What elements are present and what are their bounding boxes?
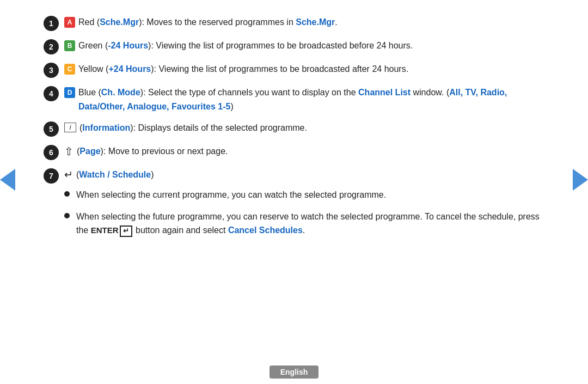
item-row-3: 3 C Yellow (+24 Hours): Viewing the list…: [44, 62, 544, 78]
link-plus24: +24 Hours: [108, 64, 151, 74]
enter-key-label: ENTER: [91, 225, 119, 235]
item-number-7: 7: [44, 168, 59, 184]
item-number-5: 5: [44, 121, 59, 137]
enter-icon: ↵: [120, 225, 132, 237]
badge-blue: D: [64, 87, 75, 98]
link-page: Page: [79, 147, 100, 156]
bullet-dot-2: [64, 213, 70, 218]
bullet-list-7: When selecting the current programme, yo…: [64, 188, 544, 245]
link-schemgr-2: Sche.Mgr: [296, 17, 335, 27]
item-text-5: (Information): Displays details of the s…: [79, 121, 307, 135]
bullet-text-2: When selecting the future programme, you…: [76, 210, 544, 237]
item-text-6: (Page): Move to previous or next page.: [77, 144, 228, 159]
link-chmode: Ch. Mode: [101, 88, 140, 97]
item-row-5: 5 i (Information): Displays details of t…: [44, 121, 544, 137]
item-number-3: 3: [44, 63, 59, 78]
language-badge[interactable]: English: [270, 365, 319, 379]
link-watch-schedule: Watch / Schedule: [79, 170, 151, 179]
main-content: 1 A Red (Sche.Mgr): Moves to the reserve…: [0, 0, 588, 264]
item-number-1: 1: [44, 16, 59, 31]
link-channellist: Channel List: [358, 88, 411, 97]
item-row-2: 2 B Green (-24 Hours): Viewing the list …: [44, 39, 544, 54]
link-information: Information: [82, 123, 130, 132]
bullet-dot-1: [64, 191, 70, 197]
link-channel-options: All, TV, Radio, Data/Other, Analogue, Fa…: [78, 88, 507, 111]
badge-red: A: [64, 17, 75, 28]
link-cancel-schedules: Cancel Schedules: [228, 225, 303, 235]
item-row-7: 7 ↵ (Watch / Schedule) When selecting th…: [44, 168, 544, 245]
item-row-7-header: 7 ↵ (Watch / Schedule): [44, 168, 154, 184]
item-number-6: 6: [44, 145, 59, 160]
item-with-icon-6: ⇧ (Page): Move to previous or next page.: [64, 144, 228, 159]
item-with-icon-7: ↵ (Watch / Schedule): [64, 168, 154, 182]
item-text-3: Yellow (+24 Hours): Viewing the list of …: [78, 62, 544, 76]
item-text-1: Red (Sche.Mgr): Moves to the reserved pr…: [78, 15, 544, 29]
bottom-bar: English: [0, 360, 588, 384]
bullet-item-2: When selecting the future programme, you…: [64, 210, 544, 237]
bullet-text-1: When selecting the current programme, yo…: [76, 188, 386, 202]
item-row-4: 4 D Blue (Ch. Mode): Select the type of …: [44, 86, 544, 113]
item-row-6: 6 ⇧ (Page): Move to previous or next pag…: [44, 144, 544, 160]
item-with-icon-5: i (Information): Displays details of the…: [64, 121, 307, 135]
info-icon: i: [64, 123, 76, 132]
item-text-2: Green (-24 Hours): Viewing the list of p…: [78, 39, 544, 53]
item-text-4: Blue (Ch. Mode): Select the type of chan…: [78, 86, 544, 113]
nav-arrow-right[interactable]: [573, 169, 588, 191]
link-schemgr-1: Sche.Mgr: [100, 17, 139, 27]
item-row-1: 1 A Red (Sche.Mgr): Moves to the reserve…: [44, 15, 544, 31]
watch-schedule-icon: ↵: [64, 168, 73, 181]
badge-green: B: [64, 40, 75, 51]
bullet-item-1: When selecting the current programme, yo…: [64, 188, 544, 202]
link-minus24: -24 Hours: [108, 41, 148, 50]
nav-arrow-left[interactable]: [0, 169, 15, 191]
page-icon: ⇧: [64, 145, 74, 158]
badge-yellow: C: [64, 64, 75, 75]
item-number-4: 4: [44, 86, 59, 101]
item-text-7: (Watch / Schedule): [76, 168, 154, 182]
item-number-2: 2: [44, 39, 59, 54]
